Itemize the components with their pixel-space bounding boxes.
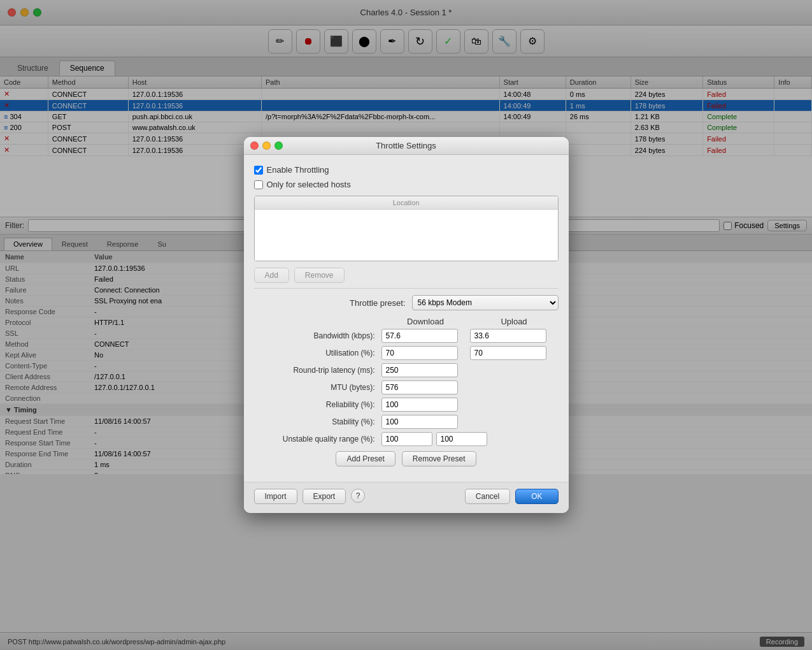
unstable-quality-min-input[interactable] [381,432,432,446]
add-button[interactable]: Add [254,268,289,283]
dialog-bottom-row: Import Export ? Cancel OK [244,482,569,513]
utilisation-upload-input[interactable] [470,346,546,360]
dialog-titlebar: Throttle Settings [244,137,569,155]
remove-preset-button[interactable]: Remove Preset [402,451,476,466]
upload-header: Upload [470,317,559,326]
bandwidth-upload-input[interactable] [470,329,546,343]
bandwidth-upload-container [470,329,559,343]
preset-action-row: Add Preset Remove Preset [254,451,559,466]
modal-overlay: Throttle Settings Enable Throttling Only… [0,0,812,650]
location-buttons: Add Remove [254,268,559,283]
reliability-input-container [381,398,559,412]
add-preset-button[interactable]: Add Preset [336,451,395,466]
ok-button[interactable]: OK [515,489,558,504]
dialog-bottom-right: Cancel OK [465,489,559,504]
settings-header-row: Download Upload [254,317,559,326]
utilisation-upload-container [470,346,559,360]
reliability-label: Reliability (%): [254,400,381,409]
stability-input[interactable] [381,415,458,429]
bandwidth-download-input[interactable] [381,329,458,343]
unstable-quality-row: Unstable quality range (%): [254,432,559,446]
unstable-quality-inputs [381,432,559,446]
bandwidth-download-container [381,329,470,343]
unstable-quality-max-input[interactable] [436,432,487,446]
mtu-input-container [381,380,559,394]
mtu-row: MTU (bytes): [254,380,559,394]
location-content [255,210,558,261]
export-button[interactable]: Export [303,489,346,504]
cancel-button[interactable]: Cancel [465,489,510,504]
location-box: Location [254,196,559,261]
dialog-body: Enable Throttling Only for selected host… [244,155,569,482]
stability-row: Stability (%): [254,415,559,429]
unstable-quality-label: Unstable quality range (%): [254,435,381,444]
reliability-row: Reliability (%): [254,398,559,412]
location-header: Location [255,196,558,210]
utilisation-download-container [381,346,470,360]
enable-throttling-label: Enable Throttling [267,165,329,175]
dialog-max-button[interactable] [274,141,283,150]
throttle-preset-select[interactable]: 56 kbps Modem 256 kbps ISDN/DSL 512 kbps… [412,295,559,310]
preset-row: Throttle preset: 56 kbps Modem 256 kbps … [254,295,559,310]
dialog-title: Throttle Settings [376,141,436,150]
stability-label: Stability (%): [254,417,381,426]
import-button[interactable]: Import [254,489,297,504]
enable-throttling-checkbox[interactable] [254,166,263,175]
remove-button[interactable]: Remove [294,268,345,283]
bandwidth-row: Bandwidth (kbps): [254,329,559,343]
dialog-titlebar-buttons [250,141,283,150]
preset-label: Throttle preset: [350,298,405,308]
roundtrip-label: Round-trip latency (ms): [254,366,381,375]
stability-input-container [381,415,559,429]
help-button[interactable]: ? [351,489,365,503]
roundtrip-input[interactable] [381,363,458,377]
mtu-input[interactable] [381,380,458,394]
reliability-input[interactable] [381,398,458,412]
throttle-dialog: Throttle Settings Enable Throttling Only… [244,137,569,513]
download-header: Download [381,317,470,326]
only-selected-label: Only for selected hosts [267,180,351,189]
dialog-close-button[interactable] [250,141,259,150]
settings-section: Download Upload Bandwidth (kbps): Utilis… [254,317,559,446]
divider-1 [254,288,559,289]
utilisation-download-input[interactable] [381,346,458,360]
utilisation-row: Utilisation (%): [254,346,559,360]
dialog-min-button[interactable] [262,141,271,150]
utilisation-label: Utilisation (%): [254,349,381,358]
dialog-bottom-left: Import Export ? [254,489,366,504]
roundtrip-row: Round-trip latency (ms): [254,363,559,377]
mtu-label: MTU (bytes): [254,383,381,392]
only-selected-checkbox[interactable] [254,180,263,189]
roundtrip-input-container [381,363,559,377]
bandwidth-label: Bandwidth (kbps): [254,331,381,340]
only-selected-row: Only for selected hosts [254,180,559,189]
enable-throttling-row: Enable Throttling [254,165,559,175]
